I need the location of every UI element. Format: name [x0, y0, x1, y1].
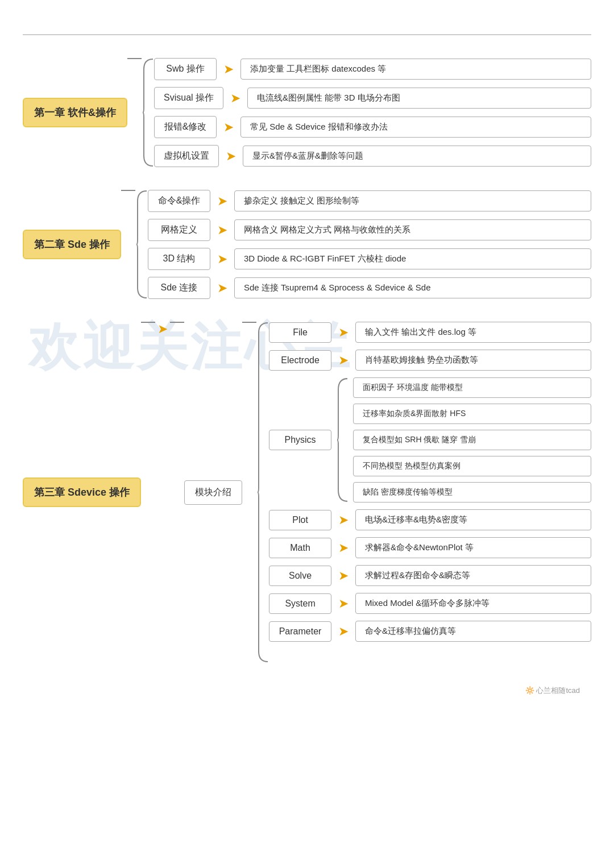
desc-label: 求解过程&存图命令&瞬态等 [355, 565, 591, 586]
desc-label: 求解器&命令&NewtonPlot 等 [355, 537, 591, 558]
sub-label: 报错&修改 [154, 116, 217, 138]
module-box: 模块介绍 [184, 470, 242, 494]
arrow-icon: ➤ [338, 325, 349, 340]
ch3-hline2 [170, 322, 184, 323]
desc-label: Sde 连接 Tsuprem4 & Sprocess & Sdevice & S… [234, 277, 591, 298]
top-divider [23, 34, 591, 35]
list-item: Solve ➤ 求解过程&存图命令&瞬态等 [269, 565, 591, 586]
physics-brace-icon [336, 377, 349, 502]
desc-label: 电流线&图例属性 能带 3D 电场分布图 [247, 88, 591, 109]
list-item: 虚拟机设置 ➤ 显示&暂停&蓝屏&删除等问题 [154, 145, 591, 167]
page-container: 欢迎关注心兰 第一章 软件&操作 Swb 操作 ➤ 添加变量 工具栏图标 dat… [0, 0, 614, 720]
physics-subitems: 面积因子 环境温度 能带模型迁移率如杂质&界面散射 HFS复合模型如 SRH 俄… [353, 377, 591, 502]
sub-label: 命令&操作 [148, 190, 210, 212]
sub-label: 网格定义 [148, 219, 210, 241]
chapter-2-label: 第二章 Sde 操作 [23, 230, 121, 259]
chapter-3-label: 第三章 Sdevice 操作 [23, 467, 141, 497]
ch3-items: File ➤ 输入文件 输出文件 des.log 等 Electrode ➤ 肖… [269, 322, 591, 642]
sub-label: File [269, 322, 331, 343]
sub-label: Sde 连接 [148, 277, 210, 299]
list-item: Parameter ➤ 命令&迁移率拉偏仿真等 [269, 621, 591, 642]
sub-label: Math [269, 538, 331, 558]
arrow-icon: ➤ [223, 120, 234, 135]
sub-label: Plot [269, 510, 331, 530]
arrow-icon: ➤ [217, 194, 227, 209]
arrow-icon: ➤ [338, 513, 349, 528]
ch1-items: Swb 操作 ➤ 添加变量 工具栏图标 datexcodes 等 Svisual… [154, 58, 591, 167]
physics-sub-desc: 不同热模型 热模型仿真案例 [353, 456, 591, 476]
sub-label: Svisual 操作 [154, 87, 223, 109]
ch3-brace-icon [256, 322, 269, 642]
sub-label: Swb 操作 [154, 58, 217, 80]
ch3-hline3 [242, 322, 256, 323]
chapter-1-section: 第一章 软件&操作 Swb 操作 ➤ 添加变量 工具栏图标 datexcodes… [23, 58, 591, 167]
desc-label: 3D Diode & RC-IGBT FinFET 六棱柱 diode [234, 248, 591, 269]
list-item: Electrode ➤ 肖特基欧姆接触 势垒功函数等 [269, 350, 591, 371]
physics-sub-desc: 面积因子 环境温度 能带模型 [353, 377, 591, 398]
arrow-icon: ➤ [338, 624, 349, 639]
chapter-1-label: 第一章 软件&操作 [23, 98, 127, 127]
sub-label: Parameter [269, 621, 331, 642]
physics-sub-desc: 缺陷 密度梯度传输等模型 [353, 482, 591, 502]
ch1-brace-icon [142, 58, 154, 167]
list-item: Sde 连接 ➤ Sde 连接 Tsuprem4 & Sprocess & Sd… [148, 277, 591, 299]
arrow-icon: ➤ [338, 596, 349, 611]
arrow-icon: ➤ [217, 281, 227, 296]
desc-label: 常见 Sde & Sdevice 报错和修改办法 [240, 117, 591, 138]
desc-label: 输入文件 输出文件 des.log 等 [355, 322, 591, 343]
chapter-3-section: 第三章 Sdevice 操作 ➤ 模块介绍 File ➤ 输入文件 输出文件 d… [23, 322, 591, 642]
sub-label: 虚拟机设置 [154, 145, 219, 167]
ch2-hline [121, 190, 135, 191]
desc-label: Mixed Model &循环命令多脉冲等 [355, 593, 591, 614]
list-item: System ➤ Mixed Model &循环命令多脉冲等 [269, 593, 591, 614]
physics-sub-desc: 迁移率如杂质&界面散射 HFS [353, 404, 591, 424]
arrow-icon: ➤ [217, 223, 227, 238]
sub-label: 3D 结构 [148, 248, 210, 270]
physics-sub-desc: 复合模型如 SRH 俄歇 隧穿 雪崩 [353, 430, 591, 450]
list-item: 3D 结构 ➤ 3D Diode & RC-IGBT FinFET 六棱柱 di… [148, 248, 591, 270]
desc-label: 肖特基欧姆接触 势垒功函数等 [355, 350, 591, 371]
ch1-hline [127, 58, 142, 59]
arrow-icon: ➤ [338, 541, 349, 555]
desc-label: 电场&迁移率&电势&密度等 [355, 509, 591, 530]
arrow-icon: ➤ [223, 62, 234, 77]
ch2-items: 命令&操作 ➤ 掺杂定义 接触定义 图形绘制等 网格定义 ➤ 网格含义 网格定义… [148, 190, 591, 299]
list-item: Swb 操作 ➤ 添加变量 工具栏图标 datexcodes 等 [154, 58, 591, 80]
arrow-icon: ➤ [226, 149, 236, 164]
desc-label: 命令&迁移率拉偏仿真等 [355, 621, 591, 642]
list-item: Math ➤ 求解器&命令&NewtonPlot 等 [269, 537, 591, 558]
arrow-icon: ➤ [230, 91, 240, 106]
ch3-arrow: ➤ [157, 322, 168, 337]
list-item: File ➤ 输入文件 输出文件 des.log 等 [269, 322, 591, 343]
arrow-icon: ➤ [338, 568, 349, 583]
sub-label: System [269, 593, 331, 614]
ch2-brace-icon [135, 190, 148, 299]
ch3-hline1 [141, 322, 155, 323]
desc-label: 网格含义 网格定义方式 网格与收敛性的关系 [234, 219, 591, 240]
sub-label: Electrode [269, 350, 331, 371]
sub-label: Solve [269, 566, 331, 586]
list-item: 命令&操作 ➤ 掺杂定义 接触定义 图形绘制等 [148, 190, 591, 212]
desc-label: 添加变量 工具栏图标 datexcodes 等 [240, 59, 591, 80]
list-item: 报错&修改 ➤ 常见 Sde & Sdevice 报错和修改办法 [154, 116, 591, 138]
arrow-icon: ➤ [217, 252, 227, 267]
arrow-icon: ➤ [338, 353, 349, 368]
chapter-2-section: 第二章 Sde 操作 命令&操作 ➤ 掺杂定义 接触定义 图形绘制等 网格定义 … [23, 190, 591, 299]
desc-label: 掺杂定义 接触定义 图形绘制等 [234, 190, 591, 211]
desc-label: 显示&暂停&蓝屏&删除等问题 [243, 146, 591, 167]
physics-row: Physics面积因子 环境温度 能带模型迁移率如杂质&界面散射 HFS复合模型… [269, 377, 591, 502]
list-item: 网格定义 ➤ 网格含义 网格定义方式 网格与收敛性的关系 [148, 219, 591, 241]
physics-label: Physics [269, 430, 331, 450]
bottom-logo: 🔆 心兰相随tcad [23, 665, 591, 675]
list-item: Plot ➤ 电场&迁移率&电势&密度等 [269, 509, 591, 530]
list-item: Svisual 操作 ➤ 电流线&图例属性 能带 3D 电场分布图 [154, 87, 591, 109]
